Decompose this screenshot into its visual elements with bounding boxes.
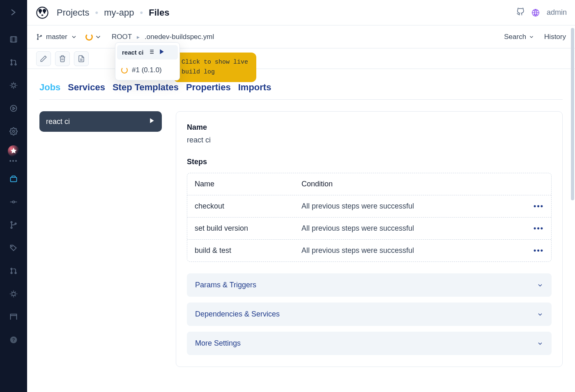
breadcrumb-sep: • bbox=[95, 7, 98, 18]
more-icon[interactable]: ••• bbox=[534, 202, 544, 211]
svg-point-15 bbox=[15, 272, 16, 273]
svg-point-10 bbox=[11, 227, 12, 228]
scrollbar[interactable] bbox=[569, 28, 575, 392]
step-name: set build version bbox=[195, 224, 301, 233]
breadcrumb-current: Files bbox=[149, 7, 169, 18]
accordion-dependencies-services[interactable]: Dependencies & Services bbox=[187, 303, 552, 326]
accordion-more-settings[interactable]: More Settings bbox=[187, 332, 552, 355]
more-icon[interactable]: ••• bbox=[534, 246, 544, 255]
build-dropdown: react ci #1 (0.1.0) bbox=[115, 42, 180, 80]
file-path: ROOT ▸ .onedev-buildspec.yml bbox=[112, 33, 214, 41]
sidebar-item-rocket[interactable] bbox=[8, 145, 19, 157]
spinner-icon bbox=[121, 67, 128, 73]
sidebar-more-dots[interactable]: ••• bbox=[9, 158, 18, 164]
tab-step-templates[interactable]: Step Templates bbox=[113, 82, 179, 93]
callout-line2: build log bbox=[182, 67, 248, 77]
sidebar-item-board[interactable] bbox=[5, 30, 23, 48]
step-condition: All previous steps were successful bbox=[301, 246, 534, 255]
path-file[interactable]: .onedev-buildspec.yml bbox=[145, 33, 214, 41]
steps-header-condition: Condition bbox=[301, 180, 544, 188]
delete-button[interactable] bbox=[55, 51, 70, 66]
svg-point-6 bbox=[13, 131, 15, 133]
build-status-dropdown[interactable] bbox=[85, 33, 102, 41]
callout-tooltip: Click to show live build log bbox=[173, 53, 256, 82]
svg-point-5 bbox=[11, 105, 17, 112]
detail-panel: Name react ci Steps Name Condition check… bbox=[176, 111, 563, 367]
svg-point-23 bbox=[39, 11, 41, 13]
job-pill[interactable]: react ci bbox=[39, 111, 162, 132]
history-link[interactable]: History bbox=[544, 33, 566, 41]
svg-point-25 bbox=[41, 14, 43, 16]
dropdown-build-label: #1 (0.1.0) bbox=[132, 66, 162, 74]
svg-point-8 bbox=[13, 201, 15, 203]
chevron-down-icon bbox=[537, 340, 543, 347]
header-right: admin bbox=[516, 7, 567, 18]
path-root[interactable]: ROOT bbox=[112, 33, 132, 41]
sidebar-item-help[interactable]: ? bbox=[5, 331, 23, 349]
breadcrumb-sep: • bbox=[140, 7, 143, 18]
search-link[interactable]: Search bbox=[504, 33, 534, 41]
content-row: react ci Name react ci Steps Name Condit… bbox=[39, 111, 563, 367]
tab-services[interactable]: Services bbox=[68, 82, 105, 93]
svg-point-9 bbox=[11, 222, 12, 223]
svg-point-3 bbox=[15, 64, 16, 65]
sidebar-item-files[interactable] bbox=[5, 170, 23, 188]
svg-point-13 bbox=[11, 268, 12, 269]
globe-icon[interactable] bbox=[530, 7, 541, 18]
sidebar-item-branches[interactable] bbox=[5, 216, 23, 234]
svg-rect-17 bbox=[11, 314, 17, 315]
chevron-down-icon bbox=[537, 282, 543, 289]
left-sidebar: ••• ? bbox=[0, 0, 27, 392]
sidebar-item-pr2[interactable] bbox=[5, 262, 23, 280]
sidebar-item-builds[interactable] bbox=[5, 99, 23, 117]
dropdown-header[interactable]: react ci bbox=[117, 45, 178, 60]
branch-selector[interactable]: master bbox=[36, 33, 77, 41]
project-logo-icon[interactable] bbox=[35, 6, 49, 20]
app-logo-icon[interactable] bbox=[5, 3, 23, 21]
sidebar-item-settings[interactable] bbox=[5, 122, 23, 140]
more-icon[interactable]: ••• bbox=[534, 224, 544, 233]
sidebar-item-reports[interactable] bbox=[5, 308, 23, 326]
accordion-label: Dependencies & Services bbox=[195, 310, 280, 319]
edit-button[interactable] bbox=[36, 51, 51, 66]
sidebar-item-tags[interactable] bbox=[5, 239, 23, 257]
tab-properties[interactable]: Properties bbox=[186, 82, 231, 93]
play-icon[interactable] bbox=[149, 117, 155, 126]
github-icon[interactable] bbox=[516, 8, 524, 18]
dropdown-job-name: react ci bbox=[122, 49, 144, 56]
svg-text:?: ? bbox=[12, 337, 15, 342]
chevron-down-icon bbox=[537, 311, 543, 318]
step-name: checkout bbox=[195, 202, 301, 211]
tab-jobs[interactable]: Jobs bbox=[39, 82, 60, 93]
branch-name: master bbox=[46, 33, 67, 41]
path-sep-icon: ▸ bbox=[137, 34, 140, 40]
breadcrumb-projects[interactable]: Projects bbox=[57, 7, 89, 18]
steps-header-row: Name Condition bbox=[187, 173, 551, 195]
play-icon bbox=[159, 48, 165, 56]
breadcrumb: Projects • my-app • Files bbox=[57, 7, 169, 18]
svg-point-24 bbox=[44, 11, 45, 13]
subheader-right: Search History bbox=[504, 33, 566, 41]
scrollbar-thumb[interactable] bbox=[571, 28, 574, 200]
table-row: set build version All previous steps wer… bbox=[187, 218, 551, 240]
step-condition: All previous steps were successful bbox=[301, 202, 534, 211]
steps-label: Steps bbox=[187, 158, 552, 166]
chevron-down-icon bbox=[529, 34, 534, 40]
subheader: master ROOT ▸ .onedev-buildspec.yml Sear… bbox=[27, 25, 575, 48]
tab-imports[interactable]: Imports bbox=[238, 82, 271, 93]
accordion-params-triggers[interactable]: Params & Triggers bbox=[187, 273, 552, 297]
svg-point-27 bbox=[37, 34, 39, 35]
sidebar-item-pull-requests[interactable] bbox=[5, 53, 23, 71]
breadcrumb-project-name[interactable]: my-app bbox=[104, 7, 134, 18]
sidebar-item-commits[interactable] bbox=[5, 193, 23, 211]
tabs: Jobs Services Step Templates Properties … bbox=[39, 82, 563, 100]
sidebar-item-bug[interactable] bbox=[5, 285, 23, 303]
header: Projects • my-app • Files admin bbox=[27, 0, 575, 25]
dropdown-build-item[interactable]: #1 (0.1.0) bbox=[115, 60, 179, 78]
sidebar-item-issues[interactable] bbox=[5, 76, 23, 94]
svg-point-16 bbox=[12, 292, 15, 296]
user-label[interactable]: admin bbox=[547, 8, 567, 17]
raw-button[interactable] bbox=[74, 51, 89, 66]
svg-point-28 bbox=[37, 39, 39, 40]
chevron-down-icon bbox=[71, 34, 77, 40]
